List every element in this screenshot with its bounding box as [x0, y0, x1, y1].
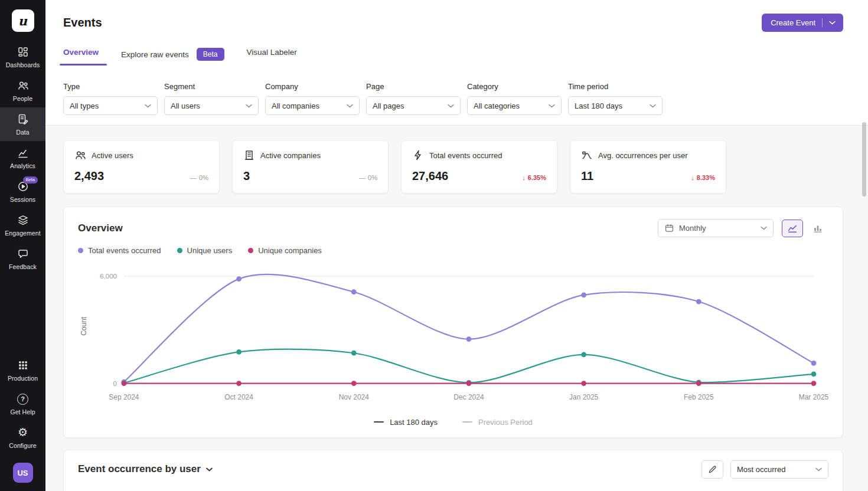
filter-label: Category	[467, 82, 562, 91]
create-event-button[interactable]: Create Event	[762, 14, 843, 32]
stat-card-active-users: Active users 2,493 — 0%	[63, 140, 220, 194]
sidebar-item-feedback[interactable]: Feedback	[0, 242, 45, 276]
chevron-down-icon	[761, 226, 767, 230]
stat-change: ↓ 8.33%	[691, 174, 715, 183]
sidebar-item-dashboards[interactable]: Dashboards	[0, 40, 45, 74]
select-value: All users	[171, 102, 200, 110]
sidebar-item-get-help[interactable]: ? Get Help	[0, 387, 45, 421]
svg-text:Nov 2024: Nov 2024	[339, 393, 370, 401]
sidebar-item-label: Sessions	[10, 196, 35, 203]
app-logo[interactable]: u	[12, 9, 34, 32]
sort-select[interactable]: Most occurred	[730, 460, 828, 479]
user-avatar[interactable]: US	[13, 463, 33, 483]
segment-select[interactable]: All users	[164, 96, 259, 115]
sidebar-item-label: Get Help	[10, 408, 35, 415]
stat-value: 27,646	[412, 169, 448, 183]
chevron-down-icon	[145, 104, 151, 108]
sidebar-item-configure[interactable]: ⚙ Configure	[0, 421, 45, 454]
stat-card-active-companies: Active companies 3 — 0%	[232, 140, 389, 194]
down-arrow-icon: ↓	[522, 174, 526, 181]
filter-label: Time period	[568, 82, 663, 91]
filter-time-period: Time period Last 180 days	[568, 82, 663, 115]
filter-page: Page All pages	[366, 82, 461, 115]
sidebar-item-label: Data	[16, 129, 30, 136]
sessions-beta-badge: Beta	[23, 176, 38, 184]
type-select[interactable]: All types	[63, 96, 158, 115]
stat-card-total-events: Total events occurred 27,646 ↓ 6.35%	[401, 140, 557, 194]
select-value: All types	[70, 102, 99, 110]
dashboards-icon	[17, 46, 29, 58]
page-title: Events	[63, 16, 102, 30]
chevron-down-icon	[829, 21, 836, 25]
sidebar-nav: Dashboards People Data Analytics Beta	[0, 40, 45, 276]
sidebar-item-production[interactable]: Production	[0, 353, 45, 387]
chevron-down-icon	[347, 104, 353, 108]
chat-bubble-icon	[17, 248, 29, 260]
bar-chart-toggle-button[interactable]	[807, 220, 828, 237]
sidebar-item-sessions[interactable]: Beta Sessions	[0, 175, 45, 208]
stat-cards: Active users 2,493 — 0% Active companies	[63, 140, 843, 194]
filter-segment: Segment All users	[164, 82, 259, 115]
legend-previous-period: Previous Period	[462, 418, 533, 427]
edit-button[interactable]	[701, 460, 723, 479]
granularity-value: Monthly	[679, 224, 706, 233]
grid-dots-icon	[17, 359, 29, 371]
bar-chart-icon	[812, 223, 823, 234]
filter-company: Company All companies	[265, 82, 360, 115]
line-chart-toggle-button[interactable]	[782, 220, 803, 237]
svg-text:Count: Count	[80, 316, 88, 336]
scrollbar-thumb[interactable]	[862, 122, 866, 197]
sidebar-item-people[interactable]: People	[0, 74, 45, 107]
category-select[interactable]: All categories	[467, 96, 562, 115]
time-period-select[interactable]: Last 180 days	[568, 96, 663, 115]
tab-label: Overview	[63, 48, 99, 57]
stat-label: Active users	[92, 151, 133, 160]
event-occurrence-title[interactable]: Event occurrence by user	[78, 463, 213, 475]
tab-explore-raw-events[interactable]: Explore raw events Beta	[121, 48, 224, 70]
company-select[interactable]: All companies	[265, 96, 360, 115]
people-icon	[74, 149, 86, 161]
tab-overview[interactable]: Overview	[63, 48, 99, 66]
page-select[interactable]: All pages	[366, 96, 461, 115]
sidebar-item-label: Analytics	[10, 162, 35, 169]
filter-label: Page	[366, 82, 461, 91]
tab-label: Explore raw events	[121, 50, 189, 59]
stat-label: Total events occurred	[429, 151, 502, 160]
minus-icon: —	[359, 174, 366, 181]
event-occurrence-card: Event occurrence by user Most occurred	[63, 450, 843, 491]
chart-legend: Total events occurred Unique users Uniqu…	[78, 246, 828, 255]
svg-text:Oct 2024: Oct 2024	[224, 393, 253, 401]
svg-text:Mar 2025: Mar 2025	[799, 393, 828, 401]
gear-icon: ⚙	[18, 427, 28, 438]
legend-item-unique-companies: Unique companies	[248, 246, 322, 255]
solid-line-icon	[374, 421, 384, 423]
create-event-label: Create Event	[771, 18, 815, 27]
stat-value: 3	[243, 169, 250, 183]
sidebar-item-data[interactable]: Data	[0, 107, 45, 141]
page-header: Events Create Event Overview Explore raw…	[45, 0, 868, 126]
stat-card-avg-occurrences: Avg. occurrences per user 11 ↓ 8.33%	[570, 140, 726, 194]
sidebar-item-engagement[interactable]: Engagement	[0, 208, 45, 242]
svg-text:Feb 2025: Feb 2025	[684, 393, 714, 401]
stat-change: ↓ 6.35%	[522, 174, 546, 183]
lightning-icon	[412, 149, 424, 161]
data-icon	[17, 113, 29, 125]
sidebar-item-label: Feedback	[9, 263, 37, 270]
overview-card: Overview Monthly	[63, 207, 843, 438]
legend-current-period: Last 180 days	[374, 418, 438, 427]
sidebar-item-analytics[interactable]: Analytics	[0, 141, 45, 175]
legend-dot	[78, 248, 83, 253]
layers-icon	[17, 214, 29, 226]
chevron-down-icon	[650, 104, 656, 108]
chevron-down-icon	[246, 104, 252, 108]
legend-item-unique-users: Unique users	[177, 246, 233, 255]
svg-text:Jan 2025: Jan 2025	[569, 393, 599, 401]
pencil-icon	[707, 464, 717, 474]
stat-label: Avg. occurrences per user	[598, 151, 688, 160]
button-divider	[822, 18, 823, 27]
sidebar-item-label: Production	[8, 375, 38, 382]
down-arrow-icon: ↓	[691, 174, 694, 181]
select-value: All pages	[373, 102, 404, 110]
granularity-select[interactable]: Monthly	[658, 219, 774, 237]
tab-visual-labeler[interactable]: Visual Labeler	[247, 48, 297, 66]
